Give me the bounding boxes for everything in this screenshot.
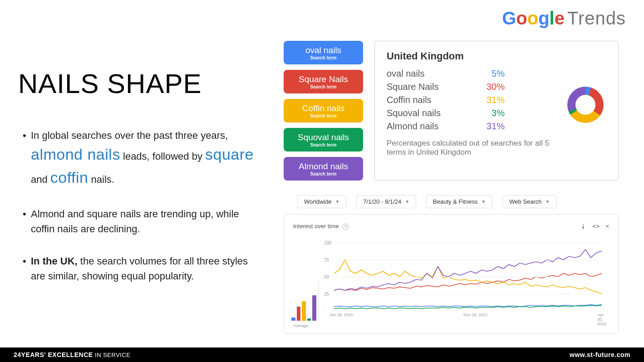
text: nails. [88, 174, 114, 185]
avg-bar [297, 307, 301, 321]
pill-sub: Search term [284, 171, 363, 176]
uk-row-name: Almond nails [387, 121, 477, 132]
avg-bar [291, 318, 295, 321]
text: leads, followed by [120, 151, 205, 162]
average-bars [291, 280, 319, 321]
filter-category[interactable]: Beauty & Fitness▼ [426, 195, 492, 208]
trends-word: Trends [567, 8, 626, 29]
o-letter-1: o [516, 8, 527, 28]
page-title: NAILS SHAPE [18, 68, 202, 99]
chart-title-wrap: Interest over time ? [293, 223, 349, 230]
donut-chart [567, 87, 604, 123]
filter-label: Worldwide [304, 198, 331, 205]
interest-over-time-chart: Interest over time ? ⭳ <> < Average 2550… [284, 214, 619, 334]
uk-row-name: Coffin nails [387, 95, 477, 105]
footer-left-b: IN SERVICE [95, 352, 130, 358]
g-letter-2: g [538, 8, 549, 28]
pill-label: Squoval nails [284, 132, 363, 142]
uk-row-pct: 3% [477, 108, 505, 118]
filter-label: Beauty & Fitness [433, 198, 477, 205]
filter-label: 7/1/20 - 8/1/24 [363, 198, 401, 205]
uk-row: oval nails5% [387, 68, 606, 79]
uk-row-pct: 5% [477, 68, 505, 79]
footer-left: 24YEARS' EXCELLENCE IN SERVICE [14, 351, 131, 358]
pill-square-nails[interactable]: Square NailsSearch term [284, 70, 363, 93]
search-term-pills: oval nailsSearch termSquare NailsSearch … [284, 41, 363, 181]
highlight-coffin: coffin [50, 169, 88, 186]
bullet-3: In the UK, the search volumes for all th… [23, 254, 263, 284]
footer-bar: 24YEARS' EXCELLENCE IN SERVICE www.st-fu… [0, 347, 644, 362]
highlight-almond: almond nails [31, 146, 120, 163]
chevron-down-icon: ▼ [405, 199, 409, 204]
x-tick: Jun 28, 2020 [329, 313, 353, 317]
y-tick: 25 [324, 291, 329, 296]
pill-almond-nails[interactable]: Almond nailsSearch term [284, 157, 363, 181]
pill-sub: Search term [284, 142, 363, 147]
y-tick: 50 [324, 274, 329, 279]
x-tick: Apr 30, 2023 [597, 313, 606, 326]
g-letter: G [502, 8, 516, 28]
bold-uk: In the UK, [31, 255, 78, 267]
bullet-list: In global searches over the past three y… [23, 128, 263, 301]
uk-breakdown-box: United Kingdom oval nails5%Square Nails3… [374, 41, 619, 181]
bullet-1: In global searches over the past three y… [23, 128, 263, 189]
filter-type[interactable]: Web Search▼ [502, 195, 556, 208]
average-label: Average [293, 323, 308, 328]
chevron-down-icon: ▼ [335, 199, 339, 204]
y-tick: 75 [324, 257, 329, 262]
google-logo: Google [502, 8, 565, 29]
chart-actions: ⭳ <> < [576, 223, 609, 230]
pill-squoval-nails[interactable]: Squoval nailsSearch term [284, 128, 363, 152]
filter-date[interactable]: 7/1/20 - 8/1/24▼ [356, 195, 416, 208]
chart-header: Interest over time ? ⭳ <> < [293, 223, 609, 230]
x-tick: Nov 28, 2021 [463, 313, 488, 317]
y-tick: 100 [324, 240, 332, 245]
filter-region[interactable]: Worldwide▼ [297, 195, 346, 208]
filter-label: Web Search [509, 198, 541, 205]
text: In global searches over the past three y… [31, 130, 228, 141]
embed-icon[interactable]: <> [593, 223, 600, 230]
o-letter-2: o [527, 8, 538, 28]
pill-sub: Search term [284, 113, 363, 118]
uk-row-name: Square Nails [387, 82, 477, 92]
series-line [334, 274, 602, 291]
uk-row-name: oval nails [387, 68, 477, 79]
uk-note: Percentages calculated out of searches f… [387, 139, 559, 157]
chevron-down-icon: ▼ [546, 199, 550, 204]
footer-right: www.st-future.com [570, 351, 630, 358]
footer-left-a: 24YEARS' EXCELLENCE [14, 351, 93, 358]
chart-title: Interest over time [293, 223, 339, 230]
bullet-2: Almond and square nails are trending up,… [23, 206, 263, 236]
plot-area: 255075100Jun 28, 2020Nov 28, 2021Apr 30,… [334, 243, 602, 311]
uk-row-pct: 31% [477, 95, 505, 105]
download-icon[interactable]: ⭳ [580, 223, 586, 230]
avg-bar [312, 295, 316, 321]
share-icon[interactable]: < [605, 223, 609, 230]
uk-row-pct: 30% [477, 82, 505, 92]
pill-coffin-nails[interactable]: Coffin nailsSearch term [284, 99, 363, 122]
pill-sub: Search term [284, 55, 363, 60]
uk-row: Almond nails31% [387, 121, 606, 132]
help-icon[interactable]: ? [342, 224, 349, 230]
pill-label: Coffin nails [284, 103, 363, 113]
uk-row-pct: 31% [477, 121, 505, 132]
pill-label: Square Nails [284, 74, 363, 84]
pill-label: oval nails [284, 45, 363, 55]
pill-sub: Search term [284, 84, 363, 89]
l-letter: l [550, 8, 555, 28]
text: and [31, 174, 50, 185]
google-trends-logo: Google Trends [502, 8, 626, 29]
highlight-square: square [205, 146, 254, 163]
e-letter: e [555, 8, 565, 28]
avg-bar [302, 301, 306, 321]
pill-label: Almond nails [284, 161, 363, 171]
uk-title: United Kingdom [387, 50, 606, 62]
uk-row-name: Squoval nails [387, 108, 477, 118]
avg-bar [307, 318, 311, 321]
filter-bar: Worldwide▼ 7/1/20 - 8/1/24▼ Beauty & Fit… [297, 195, 557, 208]
pill-oval-nails[interactable]: oval nailsSearch term [284, 41, 363, 64]
chevron-down-icon: ▼ [481, 199, 486, 204]
